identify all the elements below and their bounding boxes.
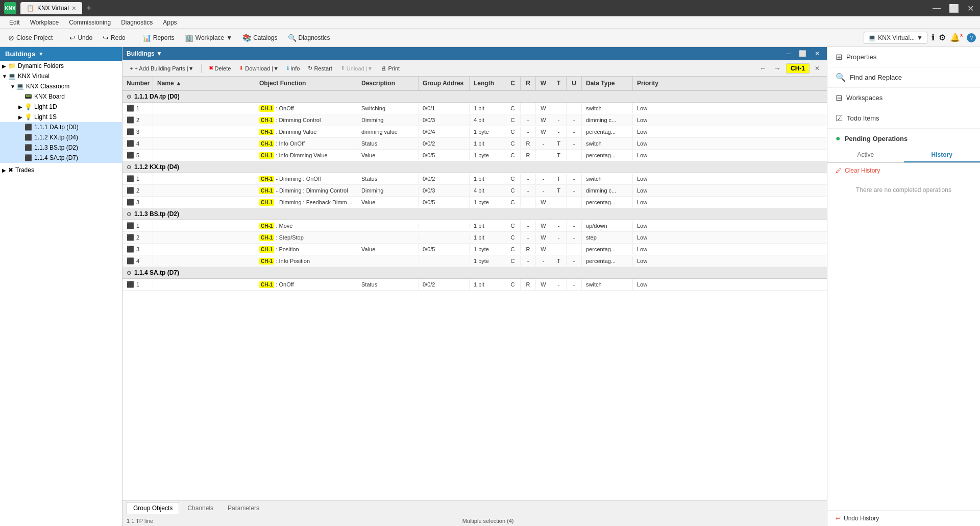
col-u-header[interactable]: U (567, 77, 582, 90)
expand-icon[interactable]: ▼ (2, 74, 8, 79)
tree-knx-virtual[interactable]: ▼ 💻 KNX Virtual (0, 71, 122, 81)
knx-virtual-button[interactable]: 💻 KNX Virtual... ▼ (864, 32, 927, 44)
active-tab[interactable]: 📋 KNX Virtual × (20, 2, 82, 14)
tree-dynamic-folders[interactable]: ▶ 📁 Dynamic Folders (0, 61, 122, 71)
nav-right-button[interactable]: → (771, 63, 784, 74)
section-satp-header[interactable]: ⊙ 1.1.4 SA.tp (D7) (122, 267, 827, 279)
collapse-icon[interactable]: ⊙ (127, 270, 131, 276)
clear-history-button[interactable]: 🖊 Clear History (827, 163, 980, 178)
tree-kxtp-d4[interactable]: ⬛ 1.1.2 KX.tp (D4) (0, 132, 122, 142)
win-maximize-btn[interactable]: ⬜ (796, 49, 810, 58)
col-name-header[interactable]: Name ▲ (153, 77, 255, 90)
expand-icon[interactable]: ▶ (18, 104, 24, 110)
workplace-button[interactable]: 🏢 Workplace ▼ (181, 32, 236, 44)
expand-icon[interactable]: ▼ (10, 84, 16, 89)
col-desc-header[interactable]: Description (357, 77, 419, 90)
tab-group-objects[interactable]: Group Objects (127, 502, 179, 514)
table-row[interactable]: ⬛2 CH-1 - Dimming : Dimming Control Dimm… (122, 185, 827, 197)
win-close-btn[interactable]: ✕ (812, 49, 823, 58)
menu-workplace[interactable]: Workplace (25, 18, 64, 27)
close-tab-button[interactable]: × (72, 4, 76, 12)
tree-datp-d0[interactable]: ⬛ 1.1.1 DA.tp (D0) (0, 122, 122, 132)
tree-light-1d[interactable]: ▶ 💡 Light 1D (0, 102, 122, 112)
col-object-header[interactable]: Object Function (255, 77, 357, 90)
col-t-header[interactable]: T (551, 77, 567, 90)
catalogs-button[interactable]: 📚 Catalogs (238, 32, 281, 44)
restart-button[interactable]: ↻ Restart (305, 64, 335, 73)
win-minimize-btn[interactable]: ─ (783, 49, 794, 58)
collapse-icon[interactable]: ⊙ (127, 93, 131, 100)
menu-apps[interactable]: Apps (158, 18, 182, 27)
table-row[interactable]: ⬛4 CH-1 : Info OnOff Status 0/0/2 1 bit … (122, 138, 827, 150)
print-button[interactable]: 🖨 Print (378, 64, 403, 73)
col-len-header[interactable]: Length (470, 77, 505, 90)
notifications-icon[interactable]: 🔔3 (950, 33, 963, 42)
table-row[interactable]: ⬛4 CH-1 : Info Position 1 byte C - - T -… (122, 255, 827, 267)
delete-button[interactable]: ✖ Delete (206, 64, 234, 73)
pending-ops-header[interactable]: ● Pending Operations (827, 129, 980, 148)
expand-icon[interactable]: ▶ (2, 63, 8, 69)
tree-trades[interactable]: ▶ ✖ Trades (0, 165, 122, 175)
new-tab-button[interactable]: + (86, 3, 92, 14)
col-c-header[interactable]: C (505, 77, 521, 90)
tree-bstp-d2[interactable]: ⬛ 1.1.3 BS.tp (D2) (0, 142, 122, 153)
menu-edit[interactable]: Edit (4, 18, 25, 27)
add-building-parts-button[interactable]: + + Add Building Parts |▼ (127, 64, 197, 73)
table-row[interactable]: ⬛3 CH-1 : Position Value 0/0/5 1 byte C … (122, 244, 827, 255)
section-bstp-header[interactable]: ⊙ 1.1.3 BS.tp (D2) (122, 208, 827, 220)
unload-button[interactable]: ⬆ Unload |▼ (337, 64, 376, 73)
table-row[interactable]: ⬛1 CH-1 - Dimming : OnOff Status 0/0/2 1… (122, 173, 827, 185)
buildings-panel-header[interactable]: Buildings ▼ (0, 47, 122, 61)
table-row[interactable]: ⬛1 CH-1 : Move 1 bit C - W - - up/down L… (122, 220, 827, 232)
col-pri-header[interactable]: Priority (633, 77, 674, 90)
download-button[interactable]: ⬇ Download |▼ (236, 64, 282, 73)
info-button[interactable]: ℹ Info (284, 64, 303, 73)
col-w-header[interactable]: W (536, 77, 551, 90)
find-replace-item[interactable]: 🔍 Find and Replace (827, 67, 980, 88)
workspaces-item[interactable]: ⊟ Workspaces (827, 88, 980, 108)
settings-icon[interactable]: ⚙ (939, 33, 946, 42)
close-window-button[interactable]: ✕ (965, 2, 976, 15)
maximize-button[interactable]: ⬜ (947, 2, 961, 15)
close-filter-button[interactable]: ✕ (812, 64, 823, 73)
tree-light-1s[interactable]: ▶ 💡 Light 1S (0, 112, 122, 122)
reports-button[interactable]: 📊 Reports (138, 32, 179, 44)
tree-knx-board[interactable]: 📟 KNX Board (0, 91, 122, 102)
minimize-button[interactable]: — (930, 2, 943, 15)
section-datp-header[interactable]: ⊙ 1.1.1 DA.tp (D0) (122, 91, 827, 103)
expand-icon[interactable]: ▶ (2, 168, 8, 173)
undo-history-button[interactable]: ↩ Undo History (827, 510, 980, 526)
info-icon[interactable]: ℹ (932, 33, 935, 42)
table-row[interactable]: ⬛3 CH-1 - Dimming : Feedback Dimming... … (122, 197, 827, 208)
table-row[interactable]: ⬛1 CH-1 : OnOff Switching 0/0/1 1 bit C … (122, 103, 827, 114)
table-row[interactable]: ⬛2 CH-1 : Step/Stop 1 bit C - W - - step… (122, 232, 827, 244)
properties-item[interactable]: ⊞ Properties (827, 47, 980, 67)
tree-knx-classroom[interactable]: ▼ 💻 KNX Classroom (0, 81, 122, 91)
table-row[interactable]: ⬛5 CH-1 : Info Dimming Value Value 0/0/5… (122, 150, 827, 161)
tree-satp-d7[interactable]: ⬛ 1.1.4 SA.tp (D7) (0, 153, 122, 163)
col-r-header[interactable]: R (521, 77, 536, 90)
tab-parameters[interactable]: Parameters (222, 503, 265, 514)
diagnostics-button[interactable]: 🔍 Diagnostics (284, 32, 334, 44)
col-number-header[interactable]: Number (122, 77, 153, 90)
close-project-button[interactable]: ⊘ Close Project (4, 32, 57, 44)
ops-tab-history[interactable]: History (904, 148, 981, 162)
menu-diagnostics[interactable]: Diagnostics (116, 18, 158, 27)
collapse-icon[interactable]: ⊙ (127, 211, 131, 218)
col-addr-header[interactable]: Group Addres (419, 77, 470, 90)
help-icon[interactable]: ? (967, 33, 976, 42)
ops-tab-active[interactable]: Active (827, 148, 904, 162)
redo-button[interactable]: ↪ Redo (99, 32, 130, 44)
section-kxtp-header[interactable]: ⊙ 1.1.2 KX.tp (D4) (122, 161, 827, 173)
menu-commissioning[interactable]: Commissioning (64, 18, 116, 27)
col-dtype-header[interactable]: Data Type (582, 77, 633, 90)
nav-left-button[interactable]: ← (756, 63, 770, 74)
expand-icon[interactable]: ▶ (18, 114, 24, 120)
collapse-icon[interactable]: ⊙ (127, 164, 131, 171)
todo-items-item[interactable]: ☑ Todo Items (827, 108, 980, 129)
table-row[interactable]: ⬛1 CH-1 : OnOff Status 0/0/2 1 bit C R W… (122, 279, 827, 291)
tab-channels[interactable]: Channels (181, 503, 219, 514)
table-row[interactable]: ⬛2 CH-1 : Dimming Control Dimming 0/0/3 … (122, 114, 827, 126)
undo-button[interactable]: ↩ Undo (65, 32, 96, 44)
table-row[interactable]: ⬛3 CH-1 : Dimming Value dimming value 0/… (122, 126, 827, 138)
